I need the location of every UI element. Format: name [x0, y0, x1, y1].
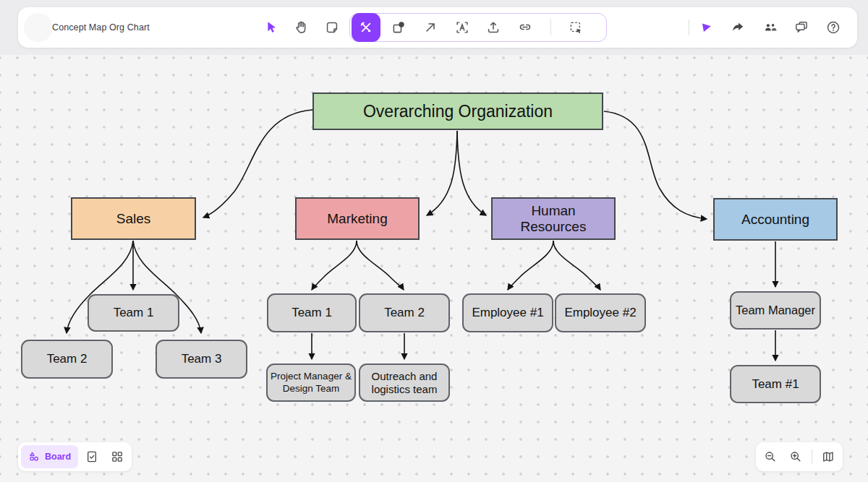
tools-icon[interactable] — [352, 13, 380, 42]
hand-icon[interactable] — [289, 14, 315, 40]
laser-pointer-icon[interactable] — [694, 14, 720, 40]
link-icon[interactable] — [512, 14, 538, 40]
collaborators-icon[interactable] — [757, 14, 783, 40]
map-icon[interactable] — [817, 445, 840, 468]
node-team-number-1[interactable]: Team #1 — [730, 365, 821, 403]
zoom-divider — [812, 449, 812, 464]
sticky-note-icon[interactable] — [319, 14, 345, 40]
help-icon[interactable] — [820, 14, 846, 40]
home-button[interactable] — [24, 13, 53, 42]
node-sales-team-2[interactable]: Team 2 — [21, 340, 113, 379]
board-tab-label: Board — [45, 452, 71, 462]
top-toolbar: Concept Map Org Chart — [18, 7, 857, 48]
header-divider — [689, 20, 689, 35]
upload-icon[interactable] — [480, 14, 506, 40]
text-frame-icon[interactable] — [449, 14, 475, 40]
arrow-icon[interactable] — [417, 14, 443, 40]
zoom-in-icon[interactable] — [784, 445, 807, 468]
node-human-resources[interactable]: Human Resources — [491, 197, 616, 240]
zoom-controls — [756, 442, 843, 471]
node-outreach-logistics[interactable]: Outreach and logistics team — [359, 363, 450, 402]
node-marketing-team-2[interactable]: Team 2 — [359, 293, 450, 332]
share-icon[interactable] — [725, 14, 751, 40]
view-switcher: Board — [18, 442, 132, 471]
marquee-select-icon[interactable] — [563, 14, 589, 40]
shapes-icon[interactable] — [386, 14, 412, 40]
node-accounting[interactable]: Accounting — [713, 198, 838, 241]
grid-icon[interactable] — [106, 445, 129, 468]
node-sales-team-3[interactable]: Team 3 — [156, 340, 247, 379]
document-title[interactable]: Concept Map Org Chart — [52, 7, 150, 48]
comments-icon[interactable] — [788, 14, 814, 40]
node-team-manager[interactable]: Team Manager — [730, 291, 821, 330]
node-marketing[interactable]: Marketing — [295, 197, 420, 240]
node-marketing-team-1[interactable]: Team 1 — [267, 293, 357, 332]
node-overarching-organization[interactable]: Overarching Organization — [312, 92, 603, 130]
board-shapes-icon — [30, 452, 34, 455]
whiteboard-canvas[interactable]: Overarching Organization Sales Marketing… — [0, 55, 868, 482]
header-strip: Concept Map Org Chart — [0, 0, 868, 55]
node-sales-team-1[interactable]: Team 1 — [88, 294, 179, 332]
checklist-icon[interactable] — [80, 445, 103, 468]
node-sales[interactable]: Sales — [71, 197, 196, 240]
zoom-out-icon[interactable] — [759, 445, 782, 468]
select-cursor-icon[interactable] — [258, 14, 284, 40]
board-tab[interactable]: Board — [21, 445, 78, 468]
node-pm-design-team[interactable]: Project Manager & Design Team — [266, 363, 356, 402]
node-employee-2[interactable]: Employee #2 — [555, 293, 646, 332]
node-employee-1[interactable]: Employee #1 — [462, 293, 553, 332]
toolbar-divider — [550, 20, 551, 35]
